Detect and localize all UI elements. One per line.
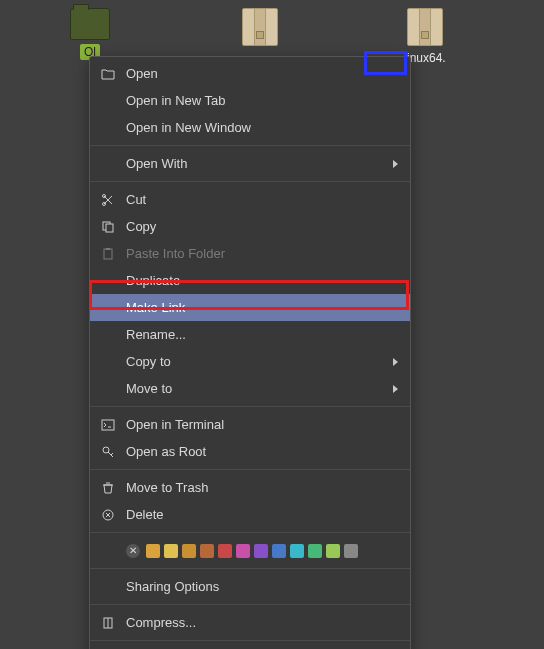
color-swatch[interactable] [146, 544, 160, 558]
blank-icon [100, 300, 116, 316]
archive-icon [407, 8, 443, 46]
color-swatch[interactable] [308, 544, 322, 558]
blank-icon [100, 579, 116, 595]
menu-label: Open as Root [126, 444, 398, 459]
menu-label: Rename... [126, 327, 398, 342]
compress-icon [100, 615, 116, 631]
menu-label: Move to Trash [126, 480, 398, 495]
scissors-icon [100, 192, 116, 208]
menu-separator [90, 145, 410, 146]
menu-label: Open [126, 66, 398, 81]
blank-icon [100, 354, 116, 370]
menu-label: Make Link [126, 300, 398, 315]
paste-icon [100, 246, 116, 262]
menu-separator [90, 640, 410, 641]
svg-rect-5 [106, 248, 110, 250]
menu-duplicate[interactable]: Duplicate [90, 267, 410, 294]
menu-move-to-trash[interactable]: Move to Trash [90, 474, 410, 501]
terminal-icon [100, 417, 116, 433]
menu-compress[interactable]: Compress... [90, 609, 410, 636]
menu-label: Delete [126, 507, 398, 522]
color-swatch[interactable] [236, 544, 250, 558]
menu-copy-to[interactable]: Copy to [90, 348, 410, 375]
svg-rect-4 [104, 249, 112, 259]
menu-label: Open in New Window [126, 120, 398, 135]
color-swatch[interactable] [290, 544, 304, 558]
color-swatch[interactable] [164, 544, 178, 558]
menu-label: Sharing Options [126, 579, 398, 594]
menu-separator [90, 568, 410, 569]
color-clear-button[interactable]: ✕ [126, 544, 140, 558]
color-tag-row: ✕ [90, 537, 410, 564]
menu-separator [90, 532, 410, 533]
blank-icon [100, 120, 116, 136]
blank-icon [100, 156, 116, 172]
color-swatch[interactable] [326, 544, 340, 558]
menu-make-link[interactable]: Make Link [90, 294, 410, 321]
color-swatch[interactable] [272, 544, 286, 558]
menu-separator [90, 406, 410, 407]
menu-rename[interactable]: Rename... [90, 321, 410, 348]
folder-open-icon [100, 66, 116, 82]
menu-label: Copy to [126, 354, 393, 369]
menu-sharing-options[interactable]: Sharing Options [90, 573, 410, 600]
trash-icon [100, 480, 116, 496]
key-icon [100, 444, 116, 460]
menu-open-as-root[interactable]: Open as Root [90, 438, 410, 465]
menu-properties[interactable]: Properties [90, 645, 410, 649]
menu-separator [90, 604, 410, 605]
menu-delete[interactable]: Delete [90, 501, 410, 528]
color-swatch[interactable] [200, 544, 214, 558]
menu-open-new-tab[interactable]: Open in New Tab [90, 87, 410, 114]
delete-icon [100, 507, 116, 523]
color-swatch[interactable] [344, 544, 358, 558]
menu-label: Copy [126, 219, 398, 234]
menu-label: Duplicate [126, 273, 398, 288]
chevron-right-icon [393, 160, 398, 168]
menu-label: Move to [126, 381, 393, 396]
color-swatch[interactable] [218, 544, 232, 558]
menu-copy[interactable]: Copy [90, 213, 410, 240]
context-menu: Open Open in New Tab Open in New Window … [89, 56, 411, 649]
menu-label: Open in Terminal [126, 417, 398, 432]
color-swatch[interactable] [182, 544, 196, 558]
file-item-folder[interactable]: Ol [50, 8, 130, 60]
menu-label: Paste Into Folder [126, 246, 398, 261]
blank-icon [100, 381, 116, 397]
chevron-right-icon [393, 385, 398, 393]
chevron-right-icon [393, 358, 398, 366]
menu-paste-into-folder: Paste Into Folder [90, 240, 410, 267]
menu-label: Open in New Tab [126, 93, 398, 108]
menu-open-with[interactable]: Open With [90, 150, 410, 177]
blank-icon [100, 93, 116, 109]
svg-rect-3 [106, 224, 113, 232]
archive-icon [242, 8, 278, 46]
menu-move-to[interactable]: Move to [90, 375, 410, 402]
folder-icon [70, 8, 110, 40]
menu-open-terminal[interactable]: Open in Terminal [90, 411, 410, 438]
menu-label: Compress... [126, 615, 398, 630]
menu-label: Open With [126, 156, 393, 171]
blank-icon [100, 327, 116, 343]
menu-separator [90, 469, 410, 470]
copy-icon [100, 219, 116, 235]
menu-label: Cut [126, 192, 398, 207]
menu-open-new-window[interactable]: Open in New Window [90, 114, 410, 141]
menu-separator [90, 181, 410, 182]
blank-icon [100, 273, 116, 289]
color-swatch[interactable] [254, 544, 268, 558]
menu-open[interactable]: Open [90, 60, 410, 87]
svg-rect-6 [102, 420, 114, 430]
menu-cut[interactable]: Cut [90, 186, 410, 213]
